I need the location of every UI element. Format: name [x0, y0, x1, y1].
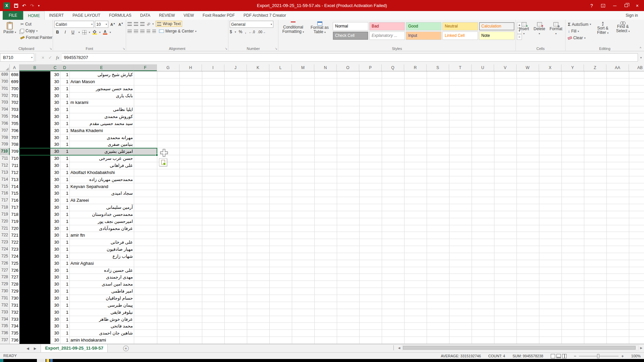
cell-f731[interactable] [134, 295, 157, 302]
font-name-combo[interactable]: Calibri▾ [54, 21, 94, 28]
fill-button[interactable]: ↓Fill▾ [567, 28, 592, 34]
cell-d733[interactable]: 1 [60, 309, 69, 316]
style-chip-bad[interactable]: Bad [369, 22, 405, 31]
cell-a732[interactable]: 731 [10, 302, 19, 309]
row-header-732[interactable]: 732 [0, 302, 10, 309]
column-header-v[interactable]: V [494, 64, 517, 71]
cell-f711[interactable] [134, 155, 157, 162]
scrollbar-splitter[interactable] [393, 345, 396, 350]
cell-f704[interactable] [134, 106, 157, 113]
cell-f726[interactable] [134, 260, 157, 267]
cell-a704[interactable]: 703 [10, 106, 19, 113]
cell-e713[interactable]: Abolfazl Khodabakhshi [69, 169, 134, 176]
align-bottom-icon[interactable] [140, 22, 145, 26]
percent-style-icon[interactable]: % [239, 29, 243, 34]
orientation-icon[interactable]: ab [146, 21, 151, 26]
cell-d719[interactable]: 1 [60, 211, 69, 218]
cell-c730[interactable]: 30 [50, 288, 60, 295]
column-header-z[interactable]: Z [584, 64, 606, 71]
cell-c728[interactable]: 30 [50, 274, 60, 281]
row-header-723[interactable]: 723 [0, 239, 10, 246]
sheet-nav-right-icon[interactable]: ▶ [32, 347, 39, 350]
cell-e703[interactable]: m karami [69, 99, 134, 106]
cell-e731[interactable]: حسام اوجاقیان [69, 295, 134, 302]
cell-a701[interactable]: 700 [10, 85, 19, 92]
view-page-break-icon[interactable] [562, 354, 567, 358]
paste-button[interactable]: Paste ▾ [1, 21, 18, 46]
cell-f727[interactable] [134, 267, 157, 274]
format-cells-button[interactable]: ◆ Format ▾ [548, 21, 564, 46]
column-header-o[interactable]: O [337, 64, 359, 71]
column-header-u[interactable]: U [472, 64, 494, 71]
row-header-722[interactable]: 722 [0, 232, 10, 239]
cell-d704[interactable]: 1 [60, 106, 69, 113]
cell-e719[interactable]: محمدحسن خدادوستان [69, 211, 134, 218]
cell-e707[interactable]: Masiha Khademi [69, 127, 134, 134]
underline-button[interactable]: U [70, 29, 76, 35]
cell-a699[interactable]: 698 [10, 71, 19, 78]
row-header-717[interactable]: 717 [0, 197, 10, 204]
cell-a707[interactable]: 706 [10, 127, 19, 134]
cell-a733[interactable]: 732 [10, 309, 19, 316]
comma-style-icon[interactable]: , [245, 29, 246, 34]
conditional-formatting-button[interactable]: Conditional Formatting ▾ [280, 21, 307, 46]
row-header-728[interactable]: 728 [0, 274, 10, 281]
number-dialog-launcher-icon[interactable]: ↘ [275, 47, 277, 50]
column-header-x[interactable]: X [539, 64, 561, 71]
cell-d703[interactable]: 1 [60, 99, 69, 106]
cell-c700[interactable]: 30 [50, 78, 60, 85]
cell-c701[interactable]: 30 [50, 85, 60, 92]
find-select-button[interactable]: Find & Select ▾ [613, 21, 632, 46]
cell-a725[interactable]: 724 [10, 253, 19, 260]
column-header-m[interactable]: M [292, 64, 314, 71]
cell-e708[interactable]: مهرانه محمدی [69, 134, 134, 141]
cell-d712[interactable]: 1 [60, 162, 69, 169]
cell-e712[interactable]: علی فراهانی [69, 162, 134, 169]
cell-e728[interactable]: مهدی ارجمندی [69, 274, 134, 281]
cell-c711[interactable]: 30 [50, 155, 60, 162]
formula-input[interactable]: 9945578207 [62, 53, 638, 62]
cell-e730[interactable]: امیر فاطمی [69, 288, 134, 295]
name-box[interactable]: B710▾ [0, 53, 34, 62]
cell-c718[interactable]: 30 [50, 204, 60, 211]
cell-a718[interactable]: 717 [10, 204, 19, 211]
insert-cells-button[interactable]: + Insert ▾ [517, 21, 531, 46]
cell-e704[interactable]: ایلیا نظامی [69, 106, 134, 113]
style-chip-explanatory[interactable]: Explanatory ... [369, 32, 405, 40]
zoom-slider-thumb[interactable] [597, 354, 599, 358]
column-header-y[interactable]: Y [561, 64, 584, 71]
cell-e701[interactable]: محمد حسن سیمجور [69, 85, 134, 92]
cell-d732[interactable]: 1 [60, 302, 69, 309]
cell-e709[interactable]: بنیامین صفری [69, 141, 134, 148]
column-header-r[interactable]: R [404, 64, 427, 71]
cell-a712[interactable]: 711 [10, 162, 19, 169]
tab-file[interactable]: FILE [3, 11, 23, 20]
cell-c705[interactable]: 30 [50, 113, 60, 120]
cell-d715[interactable]: 1 [60, 183, 69, 190]
cell-d713[interactable]: 1 [60, 169, 69, 176]
cell-c732[interactable]: 30 [50, 302, 60, 309]
cell-c707[interactable]: 30 [50, 127, 60, 134]
row-header-729[interactable]: 729 [0, 281, 10, 288]
row-header-727[interactable]: 727 [0, 267, 10, 274]
align-left-icon[interactable] [127, 29, 132, 33]
fill-handle[interactable] [156, 154, 158, 156]
cell-c729[interactable]: 30 [50, 281, 60, 288]
font-color-dropdown-icon[interactable]: ▾ [110, 31, 111, 34]
cell-c731[interactable]: 30 [50, 295, 60, 302]
row-header-708[interactable]: 708 [0, 134, 10, 141]
cell-c708[interactable]: 30 [50, 134, 60, 141]
cell-c713[interactable]: 30 [50, 169, 60, 176]
cell-a735[interactable]: 734 [10, 323, 19, 329]
row-header-706[interactable]: 706 [0, 120, 10, 127]
row-header-704[interactable]: 704 [0, 106, 10, 113]
cell-f712[interactable] [134, 162, 157, 169]
insert-function-icon[interactable]: fx [54, 55, 62, 60]
column-header-l[interactable]: L [269, 64, 292, 71]
tab-home[interactable]: HOME [23, 11, 45, 20]
row-header-734[interactable]: 734 [0, 316, 10, 323]
row-header-735[interactable]: 735 [0, 323, 10, 329]
copy-button[interactable]: Copy▾ [19, 28, 53, 34]
cell-a720[interactable]: 719 [10, 218, 19, 225]
cell-f715[interactable] [134, 183, 157, 190]
